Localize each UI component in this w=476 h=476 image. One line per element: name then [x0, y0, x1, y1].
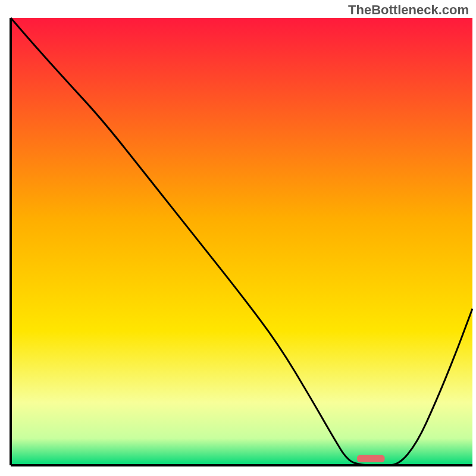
watermark-text: TheBottleneck.com	[348, 2, 469, 18]
chart-background	[11, 18, 472, 465]
chart-container: TheBottleneck.com	[0, 0, 476, 476]
optimal-range-marker	[357, 455, 385, 462]
bottleneck-chart	[0, 0, 476, 476]
plot-area	[11, 18, 472, 465]
